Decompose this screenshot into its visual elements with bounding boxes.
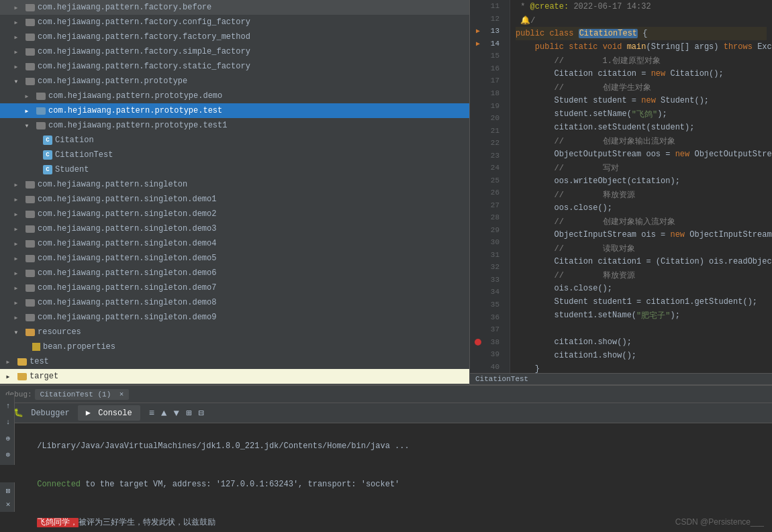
tree-label5: com.hejiawang.pattern.factory.static_fac… xyxy=(38,62,250,71)
tree-item-singleton-demo1[interactable]: ▶ com.hejiawang.pattern.singleton.demo1 xyxy=(0,192,469,207)
line-num-22: 22 xyxy=(470,137,510,150)
console-stop-btn[interactable]: ⊟ xyxy=(195,406,207,420)
tree-item-singleton[interactable]: ▶ com.hejiawang.pattern.singleton xyxy=(0,177,469,192)
tree-item-bean-props[interactable]: bean.properties xyxy=(0,339,469,354)
line-num-24: 24 xyxy=(470,162,510,174)
code-line-11: * @create: 2022-06-17 14:32 xyxy=(516,0,767,13)
tab-console[interactable]: ▶ Console xyxy=(78,405,140,421)
code-view: 11 12 ▶ 13 ▶ 14 15 xyxy=(470,0,772,373)
tree-item-student[interactable]: C Student xyxy=(0,162,469,177)
console-line-1: /Library/Java/JavaVirtualMachines/jdk1.8… xyxy=(8,427,764,466)
tree-item-singleton-demo5[interactable]: ▶ com.hejiawang.pattern.singleton.demo5 xyxy=(0,251,469,266)
bottom-tabs: 🐛 Debugger ▶ Console ≡ ▲ ▼ ⊞ ⊟ xyxy=(0,403,772,423)
tree-label-student: Student xyxy=(55,165,89,174)
code-line-14: public static void main(String[] args) t… xyxy=(516,40,767,54)
side-btn-up[interactable]: ↑ xyxy=(1,399,15,413)
main-area: ▶ com.hejiawang.pattern.factory.before ▶… xyxy=(0,0,772,384)
arrow-icon21: ▶ xyxy=(3,356,13,367)
line-num-38: 38 xyxy=(470,335,510,348)
folder-icon13 xyxy=(26,225,35,233)
tree-item-singleton-demo8[interactable]: ▶ com.hejiawang.pattern.singleton.demo8 xyxy=(0,295,469,310)
bottom-btn-2[interactable]: ✕ xyxy=(1,497,15,511)
tree-label-bean: bean.properties xyxy=(43,342,115,352)
code-line-34: student1.setName("肥宅子"); xyxy=(516,309,767,322)
tree-item-citation[interactable]: C Citation xyxy=(0,133,469,148)
line-num-23: 23 xyxy=(470,149,510,162)
line-num-18: 18 xyxy=(470,87,510,100)
tree-item-prototype-demo[interactable]: ▶ com.hejiawang.pattern.prototype.demo xyxy=(0,89,469,103)
folder-icon10 xyxy=(26,181,35,189)
tree-item-prototype-test[interactable]: ▶ com.hejiawang.pattern.prototype.test xyxy=(0,103,469,118)
line-num-19: 19 xyxy=(470,99,510,112)
arrow-icon10: ▶ xyxy=(11,179,21,190)
tree-item-prototype[interactable]: ▼ com.hejiawang.pattern.prototype xyxy=(0,74,469,89)
console-down-btn[interactable]: ▼ xyxy=(170,407,182,420)
line-num-14: ▶ 14 xyxy=(470,38,510,50)
code-line-27: // 创建对象输入流对象 xyxy=(516,215,767,228)
arrow-icon11: ▶ xyxy=(11,194,21,205)
tree-item-prototype-test1[interactable]: ▼ com.hejiawang.pattern.prototype.test1 xyxy=(0,118,469,133)
code-line-18: Student student = new Student(); xyxy=(516,94,767,107)
code-line-23: // 写对 xyxy=(516,161,767,174)
side-btn-clear[interactable]: ⊗ xyxy=(1,447,15,461)
folder-icon8 xyxy=(36,107,46,115)
code-content-area: * @create: 2022-06-17 14:32 🔔/ public cl… xyxy=(510,0,772,373)
code-line-15: // 1.创建原型对象 xyxy=(516,54,767,67)
console-up-btn[interactable]: ▲ xyxy=(158,407,170,420)
tree-item-singleton-demo4[interactable]: ▶ com.hejiawang.pattern.singleton.demo4 xyxy=(0,236,469,251)
tree-label-test: test xyxy=(30,357,49,366)
class-icon3: C xyxy=(43,165,52,174)
tree-item-factory-before[interactable]: ▶ com.hejiawang.pattern.factory.before xyxy=(0,0,469,15)
folder-icon5 xyxy=(26,63,35,70)
line-num-16: 16 xyxy=(470,62,510,75)
tree-item-singleton-demo3[interactable]: ▶ com.hejiawang.pattern.singleton.demo3 xyxy=(0,221,469,236)
console-toolbar: ≡ ▲ ▼ ⊞ ⊟ xyxy=(146,406,207,420)
arrow-icon14: ▶ xyxy=(11,238,21,249)
tree-item-test[interactable]: ▶ test xyxy=(0,354,469,369)
tree-item-resources[interactable]: ▼ resources xyxy=(0,325,469,339)
debug-session-tab[interactable]: CitationTest (1) × xyxy=(35,389,130,400)
tree-item-simple-factory[interactable]: ▶ com.hejiawang.pattern.factory.simple_f… xyxy=(0,44,469,59)
tree-item-singleton-demo6[interactable]: ▶ com.hejiawang.pattern.singleton.demo6 xyxy=(0,266,469,280)
tree-item-factory-before2[interactable]: ▶ com.hejiawang.pattern.factory.config_f… xyxy=(0,15,469,30)
tree-item-singleton-demo7[interactable]: ▶ com.hejiawang.pattern.singleton.demo7 xyxy=(0,280,469,295)
tree-item-factory-method[interactable]: ▶ com.hejiawang.pattern.factory.factory_… xyxy=(0,30,469,44)
arrow-icon8: ▶ xyxy=(21,105,32,116)
console-filter-btn[interactable]: ≡ xyxy=(146,407,158,420)
code-line-20: citation.setStudent(student); xyxy=(516,121,767,134)
side-btn-down[interactable]: ↓ xyxy=(1,415,15,429)
tree-label8: com.hejiawang.pattern.prototype.test xyxy=(48,106,222,115)
arrow-icon2: ▶ xyxy=(11,17,21,28)
tree-item-singleton-demo9[interactable]: ▶ com.hejiawang.pattern.singleton.demo9 xyxy=(0,310,469,325)
tree-item-singleton-demo2[interactable]: ▶ com.hejiawang.pattern.singleton.demo2 xyxy=(0,207,469,221)
bottom-btn-1[interactable]: ⊠ xyxy=(1,484,15,497)
tree-label18: com.hejiawang.pattern.singleton.demo8 xyxy=(38,298,216,307)
code-line-24: oos.writeObject(citation); xyxy=(516,174,767,188)
code-line-21: // 创建对象输出流对象 xyxy=(516,134,767,148)
side-btn-step[interactable]: ⊕ xyxy=(1,431,15,445)
arrow-icon17: ▶ xyxy=(11,282,21,293)
arrow-icon15: ▶ xyxy=(11,253,21,264)
tree-item-citation-test[interactable]: C CitationTest xyxy=(0,148,469,162)
arrow-icon: ▶ xyxy=(11,2,21,13)
line-num-12: 12 xyxy=(470,13,510,25)
debug-close-btn[interactable]: × xyxy=(119,390,124,398)
console-tab-label: Console xyxy=(98,409,132,418)
gutter-arrow-13: ▶ xyxy=(473,27,483,35)
arrow-icon18: ▶ xyxy=(11,297,21,308)
console-tab-icon: ▶ xyxy=(86,409,91,418)
code-line-38: } xyxy=(516,362,767,373)
tree-item-target[interactable]: ▶ target xyxy=(0,369,469,384)
gutter-arrow-14: ▶ xyxy=(473,40,483,48)
folder-icon15 xyxy=(26,255,35,262)
debugger-tab-label: Debugger xyxy=(31,409,70,418)
file-icon-bean xyxy=(32,343,40,351)
code-line-13: public class CitationTest { xyxy=(516,27,767,40)
line-num-40: 40 xyxy=(470,360,510,373)
tree-item-static-factory[interactable]: ▶ com.hejiawang.pattern.factory.static_f… xyxy=(0,59,469,74)
tree-label2: com.hejiawang.pattern.factory.config_fac… xyxy=(38,17,250,27)
line-num-35: 35 xyxy=(470,299,510,311)
tab-debugger[interactable]: 🐛 Debugger xyxy=(5,405,78,421)
line-num-34: 34 xyxy=(470,286,510,299)
console-step-btn[interactable]: ⊞ xyxy=(183,406,195,420)
